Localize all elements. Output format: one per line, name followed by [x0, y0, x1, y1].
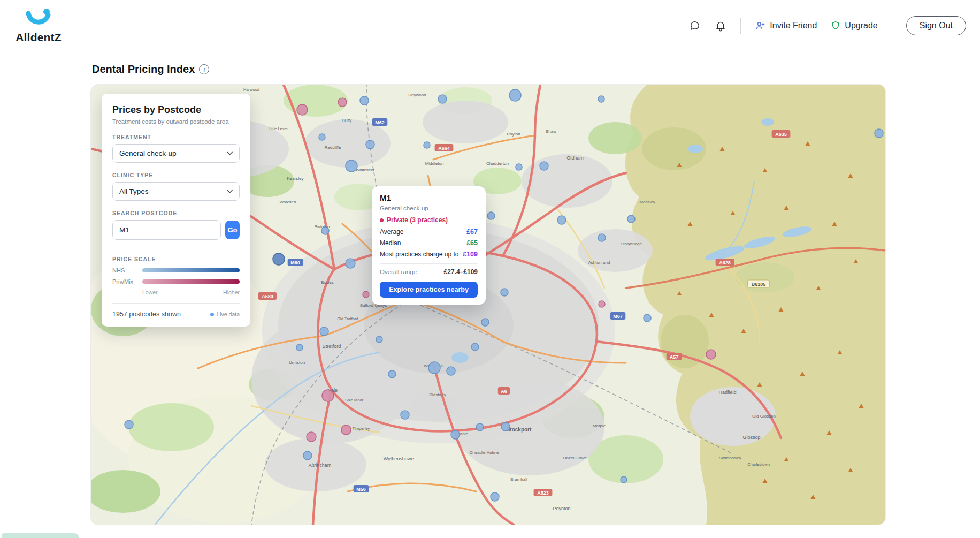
- town-label: Glossop: [742, 435, 760, 440]
- map-marker[interactable]: [875, 129, 883, 138]
- map-marker[interactable]: [509, 89, 521, 101]
- road-badge: M60: [288, 259, 303, 266]
- map-marker[interactable]: [363, 291, 369, 298]
- shield-icon: [831, 20, 840, 31]
- map-marker[interactable]: [424, 142, 430, 148]
- postcode-count: 1957 postcodes shown: [112, 310, 181, 318]
- town-label: Old Trafford: [337, 316, 358, 321]
- map-marker[interactable]: [557, 216, 566, 224]
- map-marker[interactable]: [438, 95, 447, 103]
- map-marker[interactable]: [598, 96, 604, 102]
- clinic-type-select[interactable]: All Types: [112, 182, 240, 201]
- map-marker[interactable]: [447, 367, 455, 375]
- explore-practices-button[interactable]: Explore practices nearby: [380, 282, 478, 298]
- road-badge: A628: [716, 259, 734, 266]
- svg-text:A635: A635: [775, 132, 787, 137]
- svg-text:M60: M60: [290, 260, 300, 266]
- price-scale-row: Priv/Mix: [112, 278, 240, 285]
- map-marker[interactable]: [388, 370, 396, 378]
- popup-postcode: M1: [380, 193, 478, 202]
- map-marker[interactable]: [476, 423, 484, 431]
- map-marker[interactable]: [706, 350, 716, 359]
- overall-range-label: Overall range: [380, 269, 417, 275]
- svg-text:A580: A580: [262, 294, 273, 299]
- notifications-bell-icon[interactable]: [715, 20, 726, 32]
- map-marker[interactable]: [322, 390, 334, 401]
- page: AlldentZ Invite Friend: [0, 0, 980, 538]
- map-marker[interactable]: [491, 492, 499, 501]
- map-marker[interactable]: [540, 162, 548, 170]
- map-marker[interactable]: [487, 212, 495, 219]
- map-marker[interactable]: [321, 227, 329, 234]
- stat-value: £65: [466, 239, 478, 247]
- road-badge: A664: [435, 144, 454, 151]
- treatment-select[interactable]: General check-up: [112, 144, 240, 163]
- invite-friend-label: Invite Friend: [770, 21, 817, 31]
- svg-text:A664: A664: [438, 146, 450, 151]
- info-icon[interactable]: i: [199, 64, 209, 74]
- chat-icon[interactable]: [689, 20, 701, 32]
- live-data-label: Live data: [217, 311, 240, 317]
- postcode-search-input[interactable]: [112, 220, 221, 240]
- map-marker[interactable]: [627, 215, 635, 223]
- map-marker[interactable]: [125, 420, 133, 429]
- town-label: Charlestown: [747, 462, 770, 467]
- map-marker[interactable]: [307, 432, 316, 442]
- pricing-map[interactable]: ManchesterStockportStretfordSaleSale Moo…: [91, 85, 885, 525]
- town-label: Little Lever: [269, 126, 288, 131]
- map-marker[interactable]: [320, 327, 328, 336]
- town-label: Hazel Grove: [563, 456, 587, 460]
- map-marker[interactable]: [471, 343, 479, 351]
- invite-friend-button[interactable]: Invite Friend: [755, 20, 817, 31]
- map-marker[interactable]: [346, 259, 355, 268]
- map-marker[interactable]: [303, 451, 312, 460]
- svg-text:A523: A523: [537, 490, 549, 496]
- road-badge: A635: [772, 130, 791, 138]
- map-marker[interactable]: [376, 336, 382, 343]
- town-label: Altrincham: [309, 463, 332, 468]
- app-header: AlldentZ Invite Friend: [0, 0, 980, 51]
- map-marker[interactable]: [599, 301, 605, 307]
- panel-title: Prices by Postcode: [112, 104, 240, 116]
- map-marker[interactable]: [341, 425, 351, 435]
- upgrade-button[interactable]: Upgrade: [831, 20, 877, 31]
- map-marker[interactable]: [501, 422, 510, 431]
- road-badge: M62: [372, 118, 388, 126]
- map-marker[interactable]: [451, 430, 460, 439]
- header-divider: [892, 18, 892, 34]
- go-button[interactable]: Go: [225, 221, 240, 239]
- map-marker[interactable]: [273, 253, 285, 265]
- stat-value: £67: [466, 228, 478, 236]
- map-marker[interactable]: [296, 344, 303, 351]
- town-label: Middleton: [425, 161, 444, 166]
- town-label: Kearsley: [287, 176, 303, 181]
- map-marker[interactable]: [644, 314, 651, 322]
- map-marker[interactable]: [428, 362, 440, 374]
- map-marker[interactable]: [297, 104, 308, 115]
- map-marker[interactable]: [360, 96, 369, 105]
- sign-out-button[interactable]: Sign Out: [906, 16, 966, 35]
- town-label: Hadfield: [718, 390, 736, 395]
- map-marker[interactable]: [346, 160, 357, 172]
- upgrade-label: Upgrade: [845, 21, 877, 31]
- brand-logo[interactable]: AlldentZ: [14, 8, 63, 44]
- postcode-popup: M1 General check-up Private (3 practices…: [372, 186, 486, 305]
- map-marker[interactable]: [401, 411, 409, 419]
- map-marker[interactable]: [338, 98, 347, 107]
- map-marker[interactable]: [621, 476, 627, 483]
- road-badge: A580: [258, 292, 277, 300]
- town-label: Ashton-und: [588, 260, 610, 265]
- map-marker[interactable]: [366, 140, 374, 149]
- map-marker[interactable]: [481, 319, 489, 326]
- price-scale-label: PRICE SCALE: [112, 256, 240, 262]
- map-marker[interactable]: [598, 234, 606, 241]
- town-label: Timperley: [353, 426, 370, 431]
- town-label: Old Glossop: [752, 414, 776, 419]
- town-label: Stalybridge: [621, 241, 642, 246]
- treatment-value: General check-up: [119, 149, 177, 157]
- map-marker[interactable]: [516, 164, 522, 170]
- popup-stat-row: Most practices charge up to£109: [380, 251, 478, 258]
- town-label: Marple: [593, 423, 606, 428]
- map-marker[interactable]: [501, 289, 508, 296]
- map-marker[interactable]: [319, 134, 325, 140]
